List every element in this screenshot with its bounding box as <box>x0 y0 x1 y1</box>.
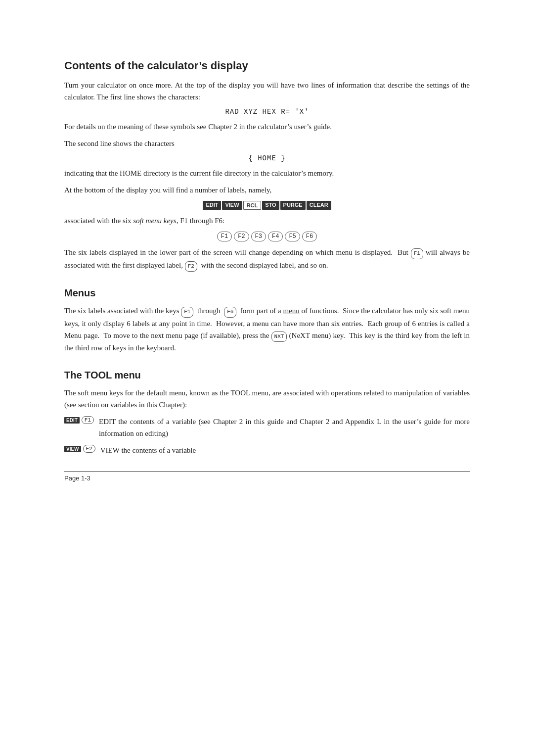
fkey-f1: F1 <box>217 232 232 241</box>
fkey-f2-inline: F2 <box>185 261 197 272</box>
footer-line <box>64 471 470 472</box>
para-display-2: For details on the meaning of these symb… <box>64 121 470 133</box>
para-display-7: The six labels displayed in the lower pa… <box>64 246 470 272</box>
soft-key-purge: PURGE <box>280 201 306 210</box>
para-menus-1: The six labels associated with the keys … <box>64 305 470 354</box>
soft-key-edit: EDIT <box>203 201 221 210</box>
code-display-2: { HOME } <box>64 154 470 162</box>
edit-label-key: EDIT <box>64 417 80 424</box>
soft-key-sto: STO <box>262 201 279 210</box>
soft-key-rcl: RCL <box>243 201 262 210</box>
fkeys-group: F1 F2 F3 F4 F5 F6 <box>64 232 470 241</box>
tool-item-edit-keys: EDIT F1 <box>64 416 94 424</box>
fkey-f2: F2 <box>234 232 249 241</box>
para-display-3: The second line shows the characters <box>64 138 470 149</box>
tool-item-edit-text: EDIT the contents of a variable (see Cha… <box>99 416 470 439</box>
para-display-5: At the bottom of the display you will fi… <box>64 184 470 196</box>
section-heading-tool: The TOOL menu <box>64 370 470 381</box>
soft-keys-bar: EDIT VIEW RCL STO PURGE CLEAR <box>64 201 470 210</box>
soft-key-clear: CLEAR <box>307 201 331 210</box>
fkey-f3: F3 <box>251 232 266 241</box>
fkey-f4: F4 <box>268 232 283 241</box>
tool-item-edit: EDIT F1 EDIT the contents of a variable … <box>64 416 470 439</box>
fkey-f5: F5 <box>285 232 300 241</box>
f1-key-edit: F1 <box>82 416 94 424</box>
para-tool-1: The soft menu keys for the default menu,… <box>64 387 470 411</box>
fkey-f1-inline: F1 <box>411 248 423 259</box>
fkey-f6: F6 <box>302 232 317 241</box>
code-display-1: RAD XYZ HEX R= 'X' <box>64 108 470 116</box>
section-heading-menus: Menus <box>64 287 470 299</box>
tool-item-view-text: VIEW the contents of a variable <box>100 444 470 456</box>
page-number: Page 1-3 <box>64 474 470 482</box>
menu-word: menu <box>283 307 300 315</box>
nxt-key: NXT <box>271 331 287 342</box>
section-heading-display: Contents of the calculator’s display <box>64 59 470 72</box>
tool-item-view: VIEW F2 VIEW the contents of a variable <box>64 444 470 456</box>
para-display-1: Turn your calculator on once more. At th… <box>64 79 470 103</box>
view-label-key: VIEW <box>64 446 81 452</box>
tool-item-view-keys: VIEW F2 <box>64 445 95 453</box>
fkey-f6-menus: F6 <box>224 307 236 318</box>
fkey-f1-menus: F1 <box>181 307 193 318</box>
f2-key-view: F2 <box>83 445 95 453</box>
para-display-6: associated with the six soft menu keys, … <box>64 215 470 227</box>
page-content: Contents of the calculator’s display Tur… <box>64 59 470 482</box>
para-display-4: indicating that the HOME directory is th… <box>64 167 470 179</box>
soft-key-view: VIEW <box>222 201 242 210</box>
